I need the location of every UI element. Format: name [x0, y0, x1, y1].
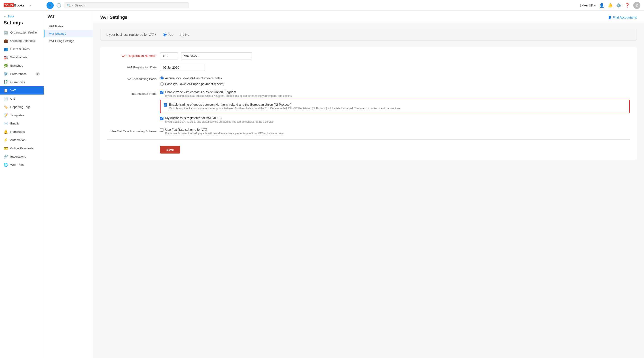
vat-registered-card: Is your business registered for VAT? Yes…: [100, 28, 637, 41]
org-selector[interactable]: Zylker UK ▾: [580, 3, 596, 7]
accrual-label: Accrual (you owe VAT as of invoice date): [165, 76, 222, 80]
sidebar-item-label: Reporting Tags: [10, 105, 31, 109]
vat-yes-radio[interactable]: [163, 33, 166, 36]
enable-trade-checkbox[interactable]: [160, 91, 164, 94]
ni-protocol-sub-label: Mark this option if your business trades…: [169, 107, 401, 110]
sidebar-item-label: Organisation Profile: [10, 31, 37, 34]
org-chevron: ▾: [594, 3, 596, 7]
zoho-books-logo: ZOHO Books: [4, 2, 28, 8]
accrual-option[interactable]: Accrual (you owe VAT as of invoice date): [160, 76, 224, 80]
flat-rate-row: Use Flat Rate Accounting Scheme Use Flat…: [107, 128, 630, 135]
history-button[interactable]: 🕐: [56, 3, 61, 8]
vat-moss-option[interactable]: My business is registered for VAT MOSS I…: [160, 116, 630, 123]
search-bar: 🔍 ▾: [64, 2, 189, 8]
search-filter[interactable]: ▾: [72, 4, 73, 7]
vat-yes-option[interactable]: Yes: [163, 33, 173, 36]
vat-reg-number-inputs: [160, 52, 630, 59]
warehouse-icon: 🏭: [4, 55, 8, 59]
main-header: VAT Settings 👤 Find Accountants: [93, 11, 644, 23]
sidebar-item-web-tabs[interactable]: 🌐 Web Tabs: [0, 161, 44, 169]
cash-radio[interactable]: [160, 82, 164, 86]
vat-no-option[interactable]: No: [180, 33, 189, 36]
sidebar-item-organisation-profile[interactable]: 🏢 Organisation Profile: [0, 28, 44, 37]
sidebar-item-cis[interactable]: 📄 CIS: [0, 94, 44, 103]
branch-icon: 🌿: [4, 63, 8, 68]
enable-trade-content: Enable trade with contacts outside Unite…: [165, 90, 292, 97]
sidebar-item-integrations[interactable]: 🔗 Integrations: [0, 152, 44, 161]
enable-trade-option[interactable]: Enable trade with contacts outside Unite…: [160, 90, 630, 97]
logo-area: ZOHO Books ▾: [4, 2, 44, 8]
contacts-button[interactable]: 👤: [599, 3, 604, 8]
save-button[interactable]: Save: [160, 146, 180, 154]
sidebar-item-label: VAT: [10, 89, 16, 92]
preferences-badge: 2: [36, 72, 40, 75]
currencies-icon: 💱: [4, 80, 8, 84]
vat-reg-prefix-input[interactable]: [160, 52, 178, 59]
vat-reg-number-input[interactable]: [181, 52, 252, 59]
vat-settings-form: VAT Registration Number* VAT Registratio…: [100, 47, 637, 160]
sidebar-item-online-payments[interactable]: 💳 Online Payments: [0, 144, 44, 152]
international-trade-label: International Trade: [107, 90, 156, 95]
find-accountants-button[interactable]: 👤 Find Accountants: [608, 16, 637, 19]
sub-nav-vat-settings[interactable]: VAT Settings: [44, 30, 93, 37]
sidebar-item-reminders[interactable]: 🔔 Reminders: [0, 128, 44, 136]
back-link[interactable]: ← Back: [0, 13, 44, 19]
sidebar-item-emails[interactable]: ✉️ Emails: [0, 119, 44, 128]
help-button[interactable]: ❓: [625, 3, 630, 8]
flat-rate-checkbox[interactable]: [160, 128, 164, 132]
sidebar-item-branches[interactable]: 🌿 Branches: [0, 61, 44, 70]
sidebar-item-automation[interactable]: ⚡ Automation: [0, 136, 44, 144]
vat-registered-question: Is your business registered for VAT?: [106, 33, 156, 36]
international-trade-options: Enable trade with contacts outside Unite…: [160, 90, 630, 123]
sidebar-item-label: Branches: [10, 64, 23, 67]
cash-option[interactable]: Cash (you owe VAT upon payment receipt): [160, 82, 224, 86]
ni-protocol-option[interactable]: Enable trading of goods between Northern…: [164, 103, 626, 110]
cash-label: Cash (you owe VAT upon payment receipt): [165, 82, 224, 86]
international-trade-row: International Trade Enable trade with co…: [107, 90, 630, 123]
vat-moss-main-label: My business is registered for VAT MOSS: [165, 116, 274, 120]
sub-panel-title: VAT: [44, 14, 93, 22]
vat-reg-date-inputs: [160, 64, 630, 71]
sidebar-item-opening-balances[interactable]: 💼 Opening Balances: [0, 37, 44, 45]
flat-rate-option[interactable]: Use Flat Rate scheme for VAT If you use …: [160, 128, 630, 135]
building-icon: 🏢: [4, 30, 8, 35]
users-icon: 👥: [4, 47, 8, 51]
sub-nav-vat-filing[interactable]: VAT Filing Settings: [44, 37, 93, 45]
sidebar-item-reporting-tags[interactable]: 🏷️ Reporting Tags: [0, 103, 44, 111]
sidebar: ← Back Settings 🏢 Organisation Profile 💼…: [0, 11, 44, 358]
sidebar-item-label: Online Payments: [10, 147, 33, 150]
vat-no-radio[interactable]: [180, 33, 184, 36]
vat-accounting-basis-options: Accrual (you owe VAT as of invoice date)…: [160, 75, 224, 86]
main-content: VAT Settings 👤 Find Accountants Is your …: [93, 11, 644, 358]
app-menu-chevron[interactable]: ▾: [30, 4, 31, 7]
enable-trade-main-label: Enable trade with contacts outside Unite…: [165, 90, 292, 94]
search-input[interactable]: [75, 3, 186, 7]
accountants-icon: 👤: [608, 16, 612, 19]
settings-button[interactable]: ⚙️: [616, 3, 621, 8]
sub-nav-vat-rates[interactable]: VAT Rates: [44, 22, 93, 30]
accrual-radio[interactable]: [160, 76, 164, 80]
sidebar-item-vat[interactable]: 📋 VAT: [0, 86, 44, 94]
sidebar-item-currencies[interactable]: 💱 Currencies: [0, 78, 44, 86]
content-area: Is your business registered for VAT? Yes…: [93, 23, 644, 165]
vat-moss-content: My business is registered for VAT MOSS I…: [165, 116, 274, 123]
sidebar-item-label: Reminders: [10, 130, 25, 133]
notifications-button[interactable]: 🔔: [608, 3, 613, 8]
sidebar-item-warehouses[interactable]: 🏭 Warehouses: [0, 53, 44, 61]
vat-reg-number-row: VAT Registration Number*: [107, 52, 630, 59]
vat-moss-checkbox[interactable]: [160, 117, 164, 120]
sidebar-item-users-roles[interactable]: 👥 Users & Roles: [0, 45, 44, 53]
sidebar-item-label: Integrations: [10, 155, 26, 158]
sidebar-item-preferences[interactable]: ⚙️ Preferences 2: [0, 70, 44, 78]
avatar[interactable]: Z: [633, 2, 640, 9]
ni-protocol-checkbox[interactable]: [164, 103, 167, 107]
add-button[interactable]: +: [46, 2, 54, 9]
back-arrow-icon: ←: [4, 15, 6, 18]
sidebar-item-label: Opening Balances: [10, 39, 35, 42]
templates-icon: 📝: [4, 113, 8, 117]
ni-protocol-content: Enable trading of goods between Northern…: [169, 103, 401, 110]
find-accountants-label: Find Accountants: [613, 16, 637, 19]
sidebar-item-templates[interactable]: 📝 Templates: [0, 111, 44, 119]
balance-icon: 💼: [4, 39, 8, 43]
vat-reg-date-input[interactable]: [160, 64, 205, 71]
